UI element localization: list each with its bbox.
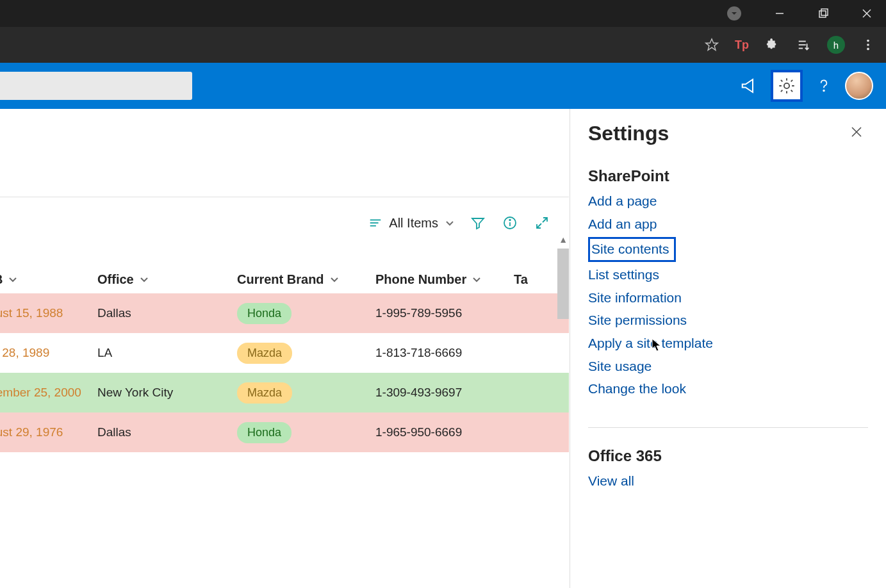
link-add-app[interactable]: Add an app xyxy=(588,215,868,234)
expand-icon[interactable] xyxy=(533,214,551,232)
svg-rect-2 xyxy=(821,9,828,15)
link-site-contents[interactable]: Site contents xyxy=(588,237,676,262)
cell-dob: August 15, 1988 xyxy=(0,306,97,320)
browser-menu-icon[interactable] xyxy=(859,36,877,54)
table-row[interactable]: August 15, 1988DallasHonda1-995-789-5956 xyxy=(0,293,569,333)
cell-brand: Mazda xyxy=(237,382,375,404)
settings-title: Settings xyxy=(588,122,669,145)
search-input[interactable] xyxy=(0,72,192,100)
settings-gear-button[interactable] xyxy=(771,70,803,102)
view-selector[interactable]: All Items xyxy=(368,216,455,231)
cell-office: LA xyxy=(97,346,237,360)
cell-phone: 1-995-789-5956 xyxy=(375,306,514,320)
chevron-down-icon xyxy=(472,274,482,284)
svg-point-18 xyxy=(509,220,511,221)
chevron-down-icon xyxy=(8,274,18,284)
cell-brand: Honda xyxy=(237,422,375,443)
cell-dob: August 29, 1976 xyxy=(0,425,97,439)
cell-phone: 1-309-493-9697 xyxy=(375,386,514,400)
cell-office: Dallas xyxy=(97,425,237,439)
cell-phone: 1-813-718-6669 xyxy=(375,346,514,360)
panel-divider xyxy=(588,427,868,428)
office365-section-heading: Office 365 xyxy=(588,447,868,465)
cell-office: Dallas xyxy=(97,306,237,320)
svg-rect-1 xyxy=(819,11,826,17)
scrollbar-thumb[interactable] xyxy=(557,249,569,319)
window-titlebar xyxy=(0,0,886,27)
link-site-permissions[interactable]: Site permissions xyxy=(588,311,868,331)
svg-point-9 xyxy=(867,44,869,46)
svg-point-8 xyxy=(867,40,869,42)
chevron-down-icon xyxy=(445,218,455,228)
site-header-region xyxy=(0,109,569,197)
cell-brand: Mazda xyxy=(237,343,375,364)
info-icon[interactable] xyxy=(501,214,519,232)
table-row[interactable]: November 25, 2000New York CityMazda1-309… xyxy=(0,373,569,412)
link-view-all[interactable]: View all xyxy=(588,471,868,491)
svg-point-12 xyxy=(823,90,824,92)
cell-office: New York City xyxy=(97,386,237,400)
table-row[interactable]: August 29, 1976DallasHonda1-965-950-6669 xyxy=(0,412,569,452)
window-minimize-button[interactable] xyxy=(767,1,792,26)
link-change-look[interactable]: Change the look xyxy=(588,379,868,399)
column-header-brand[interactable]: Current Brand xyxy=(237,272,375,287)
table-row[interactable]: April 28, 1989LAMazda1-813-718-6669 xyxy=(0,333,569,373)
window-close-button[interactable] xyxy=(854,1,880,26)
reading-list-icon[interactable] xyxy=(795,36,813,54)
link-site-usage[interactable]: Site usage xyxy=(588,357,868,377)
column-header-tag[interactable]: Ta xyxy=(514,272,552,287)
scroll-up-arrow[interactable]: ▲ xyxy=(559,234,568,245)
cell-dob: November 25, 2000 xyxy=(0,386,97,400)
svg-point-11 xyxy=(784,83,789,88)
cell-dob: April 28, 1989 xyxy=(0,346,97,360)
extension-tp-icon[interactable]: Tp xyxy=(735,38,749,52)
link-list-settings[interactable]: List settings xyxy=(588,265,868,285)
filter-icon[interactable] xyxy=(469,214,487,232)
sharepoint-header xyxy=(0,63,886,109)
tab-dropdown-icon[interactable] xyxy=(727,6,741,20)
browser-toolbar: Tp h xyxy=(0,27,886,63)
chevron-down-icon xyxy=(329,274,340,284)
close-panel-button[interactable] xyxy=(845,122,868,145)
column-header-phone[interactable]: Phone Number xyxy=(375,272,514,287)
sharepoint-links: Add a page Add an app Site contents List… xyxy=(588,192,868,399)
user-avatar[interactable] xyxy=(845,72,873,100)
link-add-page[interactable]: Add a page xyxy=(588,192,868,211)
list-toolbar: All Items xyxy=(0,197,569,249)
column-header-dob[interactable]: DOB xyxy=(0,272,97,287)
sharepoint-section-heading: SharePoint xyxy=(588,167,868,185)
window-maximize-button[interactable] xyxy=(810,1,836,26)
table-header-row: DOB Office Current Brand Phone Number Ta xyxy=(0,249,569,293)
extensions-puzzle-icon[interactable] xyxy=(763,36,781,54)
cell-brand: Honda xyxy=(237,303,375,324)
bookmark-star-icon[interactable] xyxy=(703,36,721,54)
view-label: All Items xyxy=(389,216,438,231)
settings-panel: Settings SharePoint Add a page Add an ap… xyxy=(570,109,886,588)
megaphone-icon[interactable] xyxy=(734,70,766,102)
svg-point-10 xyxy=(867,48,869,51)
cell-phone: 1-965-950-6669 xyxy=(375,425,514,439)
browser-profile-avatar[interactable]: h xyxy=(827,36,845,54)
list-table: ▲ DOB Office Current Brand Phone Number xyxy=(0,249,569,452)
help-icon[interactable] xyxy=(808,70,840,102)
link-apply-template[interactable]: Apply a site template xyxy=(588,334,868,354)
link-site-information[interactable]: Site information xyxy=(588,288,868,308)
chevron-down-icon xyxy=(139,274,149,284)
column-header-office[interactable]: Office xyxy=(97,272,237,287)
